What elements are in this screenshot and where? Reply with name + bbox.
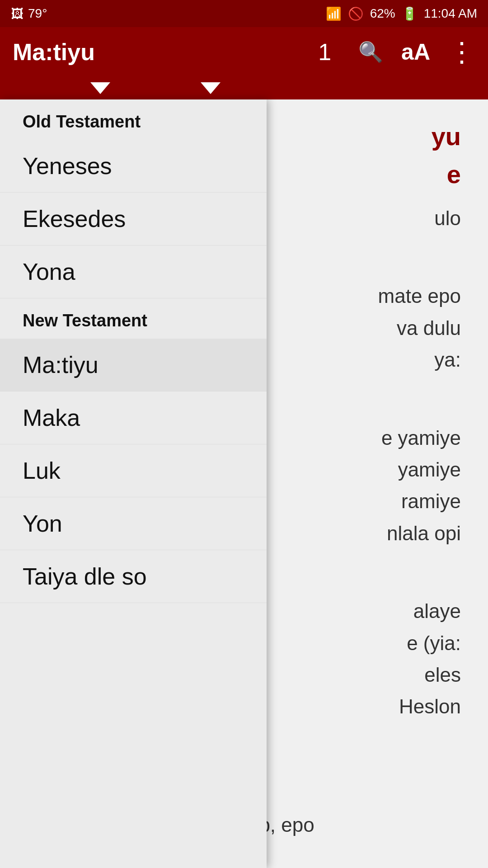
more-options-icon[interactable]: ⋮ [448,36,475,68]
book-item-taiya-dle-so[interactable]: Taiya dle so [0,550,267,603]
triangle-right [201,82,221,94]
triangle-left [90,82,110,94]
book-item-luk[interactable]: Luk [0,444,267,497]
wifi-icon: 📶 [326,6,342,21]
triangle-row [0,77,488,99]
verse-text-4: alayee (yia:elesHeslon [271,595,461,723]
status-right: 📶 🚫 62% 🔋 11:04 AM [326,6,477,21]
book-item-maka[interactable]: Maka [0,392,267,444]
app-toolbar: Ma:tiyu 1 🔍 aA ⋮ [0,27,488,77]
toolbar-title[interactable]: Ma:tiyu [13,38,318,66]
image-icon: 🖼 [11,6,23,21]
status-left: 🖼 79° [11,6,47,21]
battery-level: 62% [370,6,395,21]
toolbar-chapter[interactable]: 1 [318,38,331,66]
verse-text-3: e yamiyeyamiyeramiyenlala opi [258,422,461,550]
battery-icon: 🔋 [402,6,418,21]
book-item-ekesedes[interactable]: Ekesedes [0,193,267,245]
book-item-matiyu[interactable]: Ma:tiyu [0,339,267,392]
new-testament-header: New Testament [0,298,267,339]
time: 11:04 AM [424,6,477,21]
font-size-icon[interactable]: aA [401,39,430,65]
old-testament-header: Old Testament [0,99,267,140]
temperature: 79° [28,6,47,21]
search-icon[interactable]: 🔍 [358,40,383,64]
verse-text-1: ulo [289,203,461,234]
book-dropdown: Old Testament Yeneses Ekesedes Yona New … [0,99,267,868]
status-bar: 🖼 79° 📶 🚫 62% 🔋 11:04 AM [0,0,488,27]
book-item-yeneses[interactable]: Yeneses [0,140,267,193]
book-item-yona[interactable]: Yona [0,245,267,298]
no-sim-icon: 🚫 [348,6,364,21]
book-item-yon[interactable]: Yon [0,497,267,550]
verse-text-2: mate epova duluya: [271,280,461,376]
toolbar-icons: 🔍 aA ⋮ [358,36,475,68]
